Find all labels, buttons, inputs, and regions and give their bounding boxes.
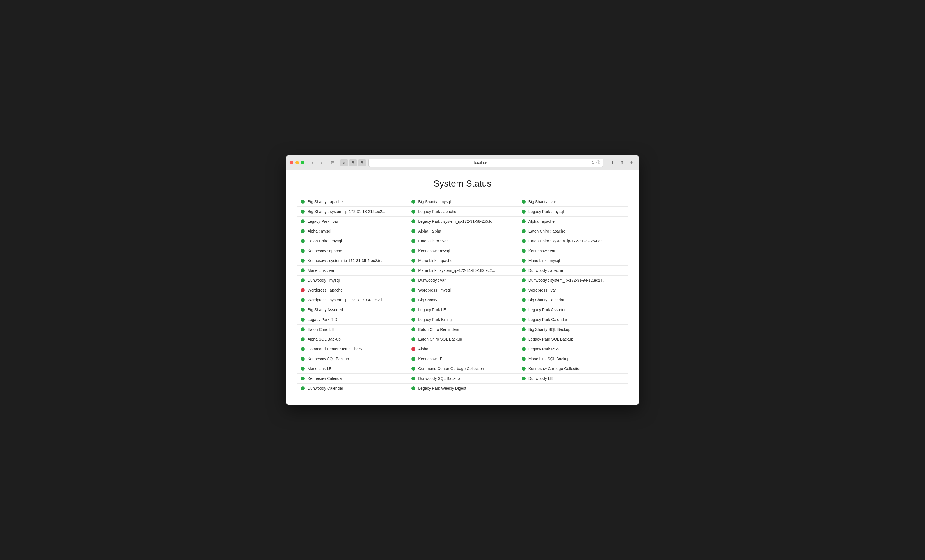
status-item: Kennesaw : var [518,246,628,256]
status-item: Mane Link : var [297,266,407,275]
status-label: Wordpress : apache [307,288,343,292]
status-item: Dunwoody : system_ip-172-31-94-12.ec2.i.… [518,275,628,285]
status-item: Legacy Park RSS [518,344,628,354]
status-label: Mane Link SQL Backup [529,357,570,361]
status-dot [522,367,526,370]
status-item: Kennesaw LE [407,354,518,364]
forward-button[interactable]: › [318,159,325,166]
status-dot [301,298,305,302]
status-dot [411,259,415,263]
status-label: Dunwoody : apache [529,268,563,273]
status-label: Big Shanty SQL Backup [529,327,571,332]
status-label: Legacy Park : var [307,219,338,224]
status-dot [411,239,415,243]
status-dot [301,278,305,282]
status-dot [411,347,415,351]
status-item: Eaton Chiro : system_ip-172-31-22-254.ec… [518,236,628,246]
status-label: Alpha SQL Backup [307,337,341,342]
nav-buttons: ‹ › [309,159,325,166]
status-dot [301,200,305,204]
status-label: Mane Link : var [307,268,334,273]
status-label: Dunwoody : system_ip-172-31-94-12.ec2.i.… [529,278,606,283]
share-icon[interactable]: ⬆ [618,159,626,166]
status-label: Alpha LE [418,347,434,351]
status-item: Kennesaw Calendar [297,374,407,384]
status-label: Kennesaw Calendar [307,376,343,381]
download-icon[interactable]: ⬇ [609,159,616,166]
status-item: Dunwoody LE [518,374,628,384]
extension-icon-2[interactable]: R [350,159,357,166]
status-label: Command Center Garbage Collection [418,366,484,371]
status-item: Kennesaw : apache [297,246,407,256]
status-item: Legacy Park : var [297,217,407,226]
extension-icon-1[interactable]: ⊕ [340,159,348,166]
status-dot [411,268,415,272]
status-item: Alpha : apache [518,217,628,226]
status-label: Eaton Chiro SQL Backup [418,337,462,342]
status-dot [301,239,305,243]
status-label: Legacy Park Billing [418,317,452,322]
status-dot [301,249,305,253]
info-icon[interactable]: ⓘ [597,160,600,165]
status-dot [411,337,415,341]
back-button[interactable]: ‹ [309,159,316,166]
status-label: Legacy Park RSS [529,347,560,351]
status-dot [522,288,526,292]
status-label: Eaton Chiro : var [418,239,447,243]
status-item: Big Shanty SQL Backup [518,325,628,334]
status-item: Legacy Park : apache [407,207,518,217]
status-item: Wordpress : apache [297,285,407,295]
status-dot [301,327,305,331]
reload-icon[interactable]: ↻ [591,160,595,165]
status-dot [411,220,415,223]
sidebar-toggle-button[interactable]: ⊞ [328,159,336,166]
status-dot [522,337,526,341]
status-item: Command Center Metric Check [297,344,407,354]
status-dot [301,337,305,341]
status-label: Kennesaw : var [529,248,556,253]
status-item: Kennesaw SQL Backup [297,354,407,364]
status-item: Wordpress : system_ip-172-31-70-42.ec2.i… [297,295,407,305]
extension-icon-3[interactable]: R [359,159,366,166]
status-label: Kennesaw Garbage Collection [529,366,582,371]
status-item: Eaton Chiro : apache [518,226,628,236]
status-label: Big Shanty : system_ip-172-31-18-214.ec2… [307,209,385,214]
status-label: Alpha : mysql [307,229,331,233]
status-dot [411,318,415,322]
status-dot [411,249,415,253]
close-button[interactable] [289,161,293,164]
status-dot [301,220,305,223]
new-tab-button[interactable]: + [628,159,636,166]
status-dot [522,229,526,233]
minimize-button[interactable] [295,161,299,164]
status-dot [522,249,526,253]
status-item: Kennesaw : mysql [407,246,518,256]
status-item: Alpha : alpha [407,226,518,236]
status-item: Legacy Park Calendar [518,315,628,325]
status-dot [522,220,526,223]
status-item: Big Shanty : mysql [407,197,518,207]
status-dot [411,229,415,233]
status-item: Eaton Chiro Reminders [407,325,518,334]
status-dot [522,376,526,381]
browser-window: ‹ › ⊞ ⊕ R R ↻ ⓘ ⬇ ⬆ + System Status Big … [286,155,639,405]
status-label: Dunwoody Calendar [307,386,343,391]
address-bar[interactable] [372,161,591,165]
status-item: Legacy Park LE [407,305,518,315]
status-label: Big Shanty Calendar [529,298,564,302]
status-item: Eaton Chiro : mysql [297,236,407,246]
status-item: Dunwoody : apache [518,266,628,275]
address-actions: ↻ ⓘ [591,160,600,165]
status-item: Legacy Park : system_ip-172-31-58-255.lo… [407,217,518,226]
status-dot [301,386,305,390]
status-label: Dunwoody SQL Backup [418,376,460,381]
status-label: Eaton Chiro : apache [529,229,565,233]
status-dot [411,298,415,302]
status-item: Kennesaw Garbage Collection [518,364,628,374]
status-item: Legacy Park Weekly Digest [407,384,518,393]
status-dot [301,367,305,370]
status-item: Legacy Park SQL Backup [518,334,628,344]
status-item: Big Shanty : var [518,197,628,207]
maximize-button[interactable] [301,161,304,164]
status-label: Big Shanty : var [529,199,556,204]
